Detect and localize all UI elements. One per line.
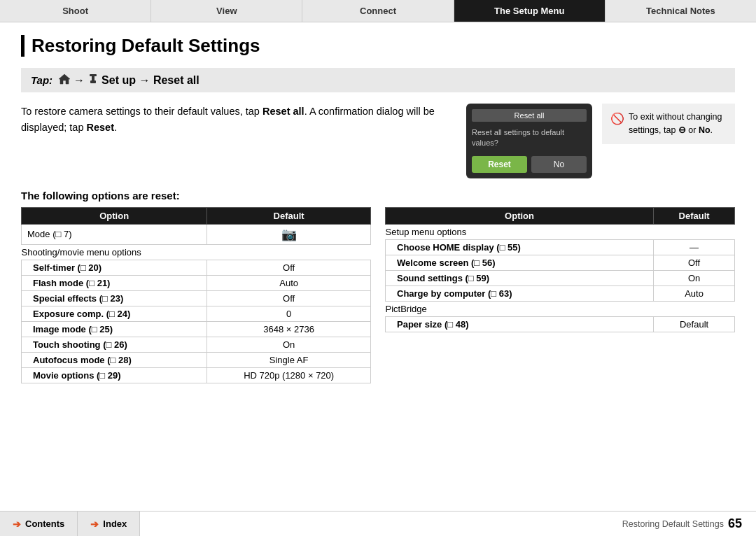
footer-left: ➔ Contents ➔ Index xyxy=(0,512,280,536)
table-row: Charge by computer (□ 63)Auto xyxy=(386,285,735,301)
top-navigation: Shoot View Connect The Setup Menu Techni… xyxy=(0,0,756,22)
contents-button[interactable]: ➔ Contents xyxy=(0,512,78,536)
svg-rect-3 xyxy=(90,74,97,76)
contents-arrow-icon: ➔ xyxy=(13,519,21,530)
home-icon xyxy=(58,73,71,87)
dialog-text: Reset all settings to default values? xyxy=(472,127,587,149)
footer-page-label: Restoring Default Settings xyxy=(622,519,724,529)
option-cell: Flash mode (□ 21) xyxy=(22,275,207,290)
table-row: Shooting/movie menu options xyxy=(22,244,371,260)
reset-button[interactable]: Reset xyxy=(472,156,527,173)
option-cell: Paper size (□ 48) xyxy=(386,316,654,332)
table-row: Self-timer (□ 20)Off xyxy=(22,260,371,275)
default-cell: 📷 xyxy=(207,224,371,244)
option-cell: Welcome screen (□ 56) xyxy=(386,255,654,270)
footer: ➔ Contents ➔ Index Restoring Default Set… xyxy=(0,511,756,536)
svg-marker-0 xyxy=(59,74,70,84)
nav-view[interactable]: View xyxy=(151,0,302,22)
table-row: Touch shooting (□ 26)On xyxy=(22,337,371,352)
option-cell: Exposure comp. (□ 24) xyxy=(22,306,207,321)
contents-label: Contents xyxy=(25,519,64,529)
table-row: Movie options (□ 29)HD 720p (1280 × 720) xyxy=(22,367,371,383)
default-cell: Default xyxy=(654,316,735,332)
no-button[interactable]: No xyxy=(531,156,587,173)
default-cell: Single AF xyxy=(207,352,371,367)
right-col2-header: Default xyxy=(654,207,735,224)
option-cell: Autofocus mode (□ 28) xyxy=(22,352,207,367)
table-row: PictBridge xyxy=(386,301,735,316)
body-text-3: . xyxy=(114,122,117,133)
option-cell: Choose HOME display (□ 55) xyxy=(386,239,654,255)
default-cell: HD 720p (1280 × 720) xyxy=(207,367,371,383)
tap-instruction-bar: Tap: → Set up → Reset all xyxy=(21,68,735,92)
body-section: To restore camera settings to their defa… xyxy=(21,104,735,178)
table-row: Autofocus mode (□ 28)Single AF xyxy=(22,352,371,367)
note-text: To exit without changing settings, tap ⊖… xyxy=(629,111,727,137)
index-button[interactable]: ➔ Index xyxy=(78,512,140,536)
section-heading: The following options are reset: xyxy=(21,190,735,202)
table-row: Image mode (□ 25)3648 × 2736 xyxy=(22,321,371,337)
note-box: 🚫 To exit without changing settings, tap… xyxy=(602,104,735,144)
svg-rect-2 xyxy=(90,80,96,83)
footer-right: Restoring Default Settings 65 xyxy=(280,512,756,536)
table-row: Welcome screen (□ 56)Off xyxy=(386,255,735,270)
main-content: Restoring Default Settings Tap: → Set up… xyxy=(0,22,756,390)
wrench-icon xyxy=(88,73,99,87)
default-cell: On xyxy=(654,270,735,285)
tap-instruction-text: Set up → Reset all xyxy=(102,74,200,87)
option-cell: Movie options (□ 29) xyxy=(22,367,207,383)
tap-label: Tap: xyxy=(31,74,52,86)
dialog-title: Reset all xyxy=(472,109,587,122)
group-header-cell: Shooting/movie menu options xyxy=(22,244,371,260)
right-col1-header: Option xyxy=(386,207,654,224)
default-cell: Auto xyxy=(207,275,371,290)
table-row: Setup menu options xyxy=(386,224,735,239)
default-cell: Off xyxy=(207,260,371,275)
default-cell: 3648 × 2736 xyxy=(207,321,371,337)
dialog-buttons: Reset No xyxy=(472,156,587,173)
table-row: Paper size (□ 48)Default xyxy=(386,316,735,332)
reset-all-bold: Reset all xyxy=(262,106,304,117)
table-row: Sound settings (□ 59)On xyxy=(386,270,735,285)
option-cell: Self-timer (□ 20) xyxy=(22,260,207,275)
default-cell: On xyxy=(207,337,371,352)
nav-connect[interactable]: Connect xyxy=(302,0,454,22)
table-row: Special effects (□ 23)Off xyxy=(22,290,371,306)
body-text-1: To restore camera settings to their defa… xyxy=(21,106,262,117)
option-cell: Touch shooting (□ 26) xyxy=(22,337,207,352)
index-arrow-icon: ➔ xyxy=(90,519,99,530)
page-number: 65 xyxy=(728,516,742,531)
group-header-cell: Setup menu options xyxy=(386,224,735,239)
nav-setup-menu[interactable]: The Setup Menu xyxy=(454,0,606,22)
screenshot-area: Reset all Reset all settings to default … xyxy=(466,104,735,178)
table-right: Option Default Setup menu optionsChoose … xyxy=(385,207,735,383)
page-title: Restoring Default Settings xyxy=(21,35,735,57)
default-cell: — xyxy=(654,239,735,255)
index-label: Index xyxy=(103,519,127,529)
note-icon: 🚫 xyxy=(610,111,624,127)
table-row: Flash mode (□ 21)Auto xyxy=(22,275,371,290)
default-cell: Off xyxy=(654,255,735,270)
group-header-cell: PictBridge xyxy=(386,301,735,316)
tables-area: Option Default Mode (□ 7)📷Shooting/movie… xyxy=(21,207,735,383)
reset-bold: Reset xyxy=(87,122,115,133)
option-cell: Image mode (□ 25) xyxy=(22,321,207,337)
arrow-icon-1: → xyxy=(74,74,85,87)
camera-screen: Reset all Reset all settings to default … xyxy=(466,104,592,178)
default-cell: Off xyxy=(207,290,371,306)
left-col1-header: Option xyxy=(22,207,207,224)
option-cell: Mode (□ 7) xyxy=(22,224,207,244)
option-cell: Charge by computer (□ 63) xyxy=(386,285,654,301)
table-row: Exposure comp. (□ 24)0 xyxy=(22,306,371,321)
option-cell: Special effects (□ 23) xyxy=(22,290,207,306)
table-row: Choose HOME display (□ 55)— xyxy=(386,239,735,255)
left-col2-header: Default xyxy=(207,207,371,224)
default-cell: 0 xyxy=(207,306,371,321)
default-cell: Auto xyxy=(654,285,735,301)
option-cell: Sound settings (□ 59) xyxy=(386,270,654,285)
table-left: Option Default Mode (□ 7)📷Shooting/movie… xyxy=(21,207,371,383)
nav-technical-notes[interactable]: Technical Notes xyxy=(606,0,756,22)
nav-shoot[interactable]: Shoot xyxy=(0,0,151,22)
table-row: Mode (□ 7)📷 xyxy=(22,224,371,244)
body-text: To restore camera settings to their defa… xyxy=(21,104,449,178)
